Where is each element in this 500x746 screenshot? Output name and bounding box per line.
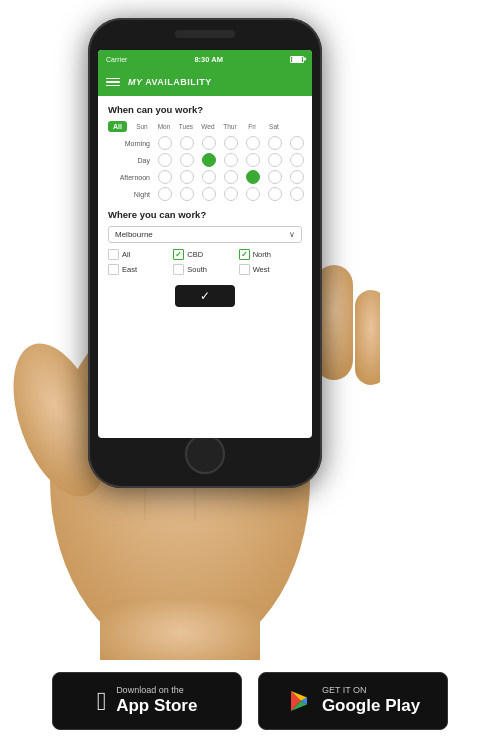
checkbox-cbd-label: CBD [187,250,203,259]
store-buttons-row:  Download on the App Store GET IT ON Go… [0,672,500,730]
checkbox-south[interactable]: South [173,264,236,275]
availability-grid: Morning Day [108,136,302,201]
checkbox-cbd-box[interactable]: ✓ [173,249,184,260]
days-header-row: All Sun Mon Tues Wed Thur Fri Sat [108,121,302,132]
battery-indicator [290,56,304,63]
morning-tues[interactable] [202,136,216,150]
morning-mon[interactable] [180,136,194,150]
where-section: Where you can work? Melbourne ∨ All ✓ [108,209,302,307]
checkbox-north-box[interactable]: ✓ [239,249,250,260]
checkbox-south-box[interactable] [173,264,184,275]
apple-store-button[interactable]:  Download on the App Store [52,672,242,730]
morning-fri[interactable] [268,136,282,150]
svg-rect-6 [100,600,260,660]
phone-screen: Carrier 8:30 AM My Availability W [98,50,312,438]
night-thurs[interactable] [246,187,260,201]
when-section: When can you work? All Sun Mon Tues Wed … [108,104,302,201]
aft-wed[interactable] [224,170,238,184]
check-icon-north: ✓ [241,251,248,259]
google-store-text: GET IT ON Google Play [322,685,420,716]
all-button[interactable]: All [108,121,127,132]
checkbox-west-label: West [253,265,270,274]
checkbox-all[interactable]: All [108,249,171,260]
checkbox-west-box[interactable] [239,264,250,275]
aft-tues[interactable] [202,170,216,184]
night-fri[interactable] [268,187,282,201]
day-fri: Fri [241,123,263,130]
day-sat-cell[interactable] [290,153,304,167]
day-tues-cell[interactable] [202,153,216,167]
day-sat: Sat [263,123,285,130]
aft-thurs[interactable] [246,170,260,184]
day-mon: Mon [153,123,175,130]
day-labels: Sun Mon Tues Wed Thur Fri Sat [131,123,285,130]
checkbox-east[interactable]: East [108,264,171,275]
morning-thurs[interactable] [246,136,260,150]
confirm-button[interactable]: ✓ [175,285,235,307]
day-mon-cell[interactable] [180,153,194,167]
checkbox-east-box[interactable] [108,264,119,275]
morning-wed[interactable] [224,136,238,150]
checkbox-south-label: South [187,265,207,274]
location-dropdown[interactable]: Melbourne ∨ [108,226,302,243]
app-header: My Availability [98,68,312,96]
time-text: 8:30 AM [194,55,222,64]
aft-mon[interactable] [180,170,194,184]
afternoon-label: Afternoon [108,174,154,181]
checkbox-all-label: All [122,250,130,259]
checkbox-grid: All ✓ CBD ✓ North [108,249,302,275]
phone-hand-container: Carrier 8:30 AM My Availability W [0,0,500,620]
app-title: My Availability [128,77,212,87]
day-sun: Sun [131,123,153,130]
checkbox-north-label: North [253,250,271,259]
checkbox-east-label: East [122,265,137,274]
day-label: Day [108,157,154,164]
confirm-check-icon: ✓ [200,289,210,303]
checkbox-west[interactable]: West [239,264,302,275]
status-bar: Carrier 8:30 AM [98,50,312,68]
google-store-name: Google Play [322,696,420,716]
phone-shell: Carrier 8:30 AM My Availability W [88,18,322,488]
check-icon: ✓ [175,251,182,259]
morning-sun[interactable] [158,136,172,150]
carrier-text: Carrier [106,56,127,63]
day-wed-cell[interactable] [224,153,238,167]
svg-rect-5 [355,290,380,385]
morning-sat[interactable] [290,136,304,150]
day-thurs-cell[interactable] [246,153,260,167]
aft-sat[interactable] [290,170,304,184]
night-wed[interactable] [224,187,238,201]
apple-store-text: Download on the App Store [116,685,197,716]
night-sat[interactable] [290,187,304,201]
day-sun-cell[interactable] [158,153,172,167]
night-mon[interactable] [180,187,194,201]
google-store-sub: GET IT ON [322,685,367,696]
night-label: Night [108,191,154,198]
morning-label: Morning [108,140,154,147]
checkbox-cbd[interactable]: ✓ CBD [173,249,236,260]
location-value: Melbourne [115,230,153,239]
google-play-icon [286,688,312,714]
day-thurs: Thur [219,123,241,130]
screen-content: When can you work? All Sun Mon Tues Wed … [98,96,312,315]
where-title: Where you can work? [108,209,302,220]
night-sun[interactable] [158,187,172,201]
aft-fri[interactable] [268,170,282,184]
day-wed: Wed [197,123,219,130]
aft-sun[interactable] [158,170,172,184]
apple-store-name: App Store [116,696,197,716]
chevron-down-icon: ∨ [289,230,295,239]
google-play-button[interactable]: GET IT ON Google Play [258,672,448,730]
apple-icon:  [97,688,107,714]
checkbox-north[interactable]: ✓ North [239,249,302,260]
confirm-button-wrap: ✓ [108,285,302,307]
hamburger-menu-icon[interactable] [106,78,120,87]
day-fri-cell[interactable] [268,153,282,167]
checkbox-all-box[interactable] [108,249,119,260]
when-title: When can you work? [108,104,302,115]
night-tues[interactable] [202,187,216,201]
day-tues: Tues [175,123,197,130]
apple-store-sub: Download on the [116,685,184,696]
